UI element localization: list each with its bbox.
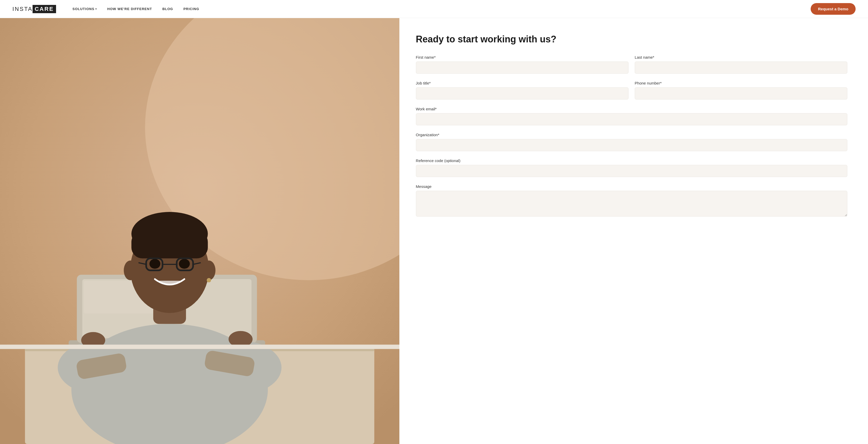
last-name-group: Last name* [635, 55, 847, 73]
nav-blog[interactable]: BLOG [162, 7, 173, 11]
image-background [0, 18, 399, 444]
reference-code-row: Reference code (optional) [416, 158, 847, 177]
message-group: Message [416, 184, 847, 216]
hero-illustration [0, 18, 399, 444]
first-name-input[interactable] [416, 61, 628, 73]
last-name-label: Last name* [635, 55, 847, 59]
organization-label: Organization* [416, 132, 847, 137]
chevron-down-icon: ▾ [95, 7, 97, 10]
logo-care-text: CARE [33, 5, 56, 13]
reference-code-group: Reference code (optional) [416, 158, 847, 177]
organization-input[interactable] [416, 139, 847, 151]
request-demo-button[interactable]: Request a Demo [811, 3, 856, 15]
name-row: First name* Last name* [416, 55, 847, 73]
first-name-group: First name* [416, 55, 628, 73]
svg-point-27 [202, 261, 215, 280]
hero-image-panel [0, 18, 399, 444]
navbar: INSTA CARE SOLUTIONS ▾ HOW WE'RE DIFFERE… [0, 0, 868, 18]
form-title: Ready to start working with us? [416, 34, 847, 45]
job-title-input[interactable] [416, 87, 628, 99]
phone-number-group: Phone number* [635, 81, 847, 99]
job-phone-row: Job title* Phone number* [416, 81, 847, 99]
job-title-group: Job title* [416, 81, 628, 99]
work-email-input[interactable] [416, 113, 847, 125]
svg-point-20 [179, 259, 190, 269]
logo[interactable]: INSTA CARE [12, 5, 56, 13]
organization-row: Organization* [416, 132, 847, 151]
nav-solutions[interactable]: SOLUTIONS ▾ [72, 7, 97, 11]
organization-group: Organization* [416, 132, 847, 151]
last-name-input[interactable] [635, 61, 847, 73]
svg-point-19 [149, 259, 160, 269]
phone-number-input[interactable] [635, 87, 847, 99]
work-email-group: Work email* [416, 107, 847, 125]
nav-links: SOLUTIONS ▾ HOW WE'RE DIFFERENT BLOG PRI… [72, 7, 811, 11]
message-label: Message [416, 184, 847, 189]
logo-insta-text: INSTA [12, 6, 33, 12]
nav-how-different[interactable]: HOW WE'RE DIFFERENT [107, 7, 152, 11]
svg-rect-29 [0, 345, 399, 349]
reference-code-input[interactable] [416, 165, 847, 177]
nav-cta-area: Request a Demo [811, 3, 856, 15]
email-row: Work email* [416, 107, 847, 125]
form-panel: Ready to start working with us? First na… [399, 18, 868, 444]
svg-rect-18 [131, 231, 208, 259]
message-textarea[interactable] [416, 191, 847, 216]
work-email-label: Work email* [416, 107, 847, 111]
svg-point-28 [207, 278, 211, 283]
phone-number-label: Phone number* [635, 81, 847, 85]
main-layout: Ready to start working with us? First na… [0, 18, 868, 444]
svg-point-26 [124, 261, 137, 280]
nav-pricing[interactable]: PRICING [183, 7, 199, 11]
first-name-label: First name* [416, 55, 628, 59]
message-row: Message [416, 184, 847, 216]
job-title-label: Job title* [416, 81, 628, 85]
reference-code-label: Reference code (optional) [416, 158, 847, 163]
